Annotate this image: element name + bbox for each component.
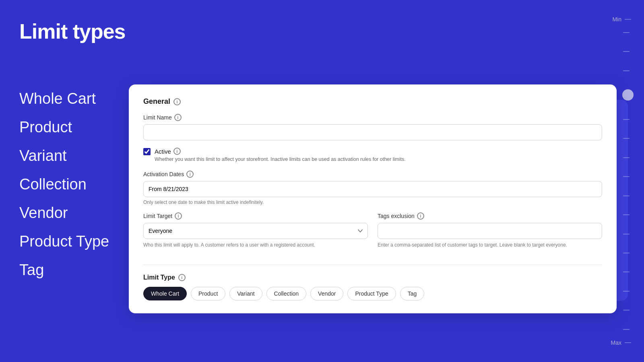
tick-10 — [623, 234, 630, 234]
scrollbar-min-label: Min — [612, 16, 631, 23]
activation-dates-label-row: Activation Dates i — [143, 171, 602, 178]
tick-2 — [623, 51, 630, 52]
limit-target-label: Limit Target — [143, 213, 172, 219]
tick-12 — [623, 272, 630, 272]
scrollbar-max-tick — [625, 342, 631, 343]
tags-exclusion-label-row: Tags exclusion i — [378, 212, 602, 220]
section-divider — [143, 265, 602, 265]
tick-9 — [623, 214, 630, 215]
limit-target-info-icon[interactable]: i — [175, 212, 182, 220]
tags-exclusion-description: Enter a comma-separated list of customer… — [378, 241, 602, 249]
tags-exclusion-field-group: Tags exclusion i Enter a comma-separated… — [378, 212, 602, 249]
tags-exclusion-info-icon[interactable]: i — [417, 212, 424, 220]
limit-target-description: Who this limit will apply to. A customer… — [143, 241, 368, 249]
general-section-header: General i — [143, 97, 602, 106]
tick-15 — [623, 329, 630, 330]
target-tags-row: Limit Target i Everyone Customers Guests… — [143, 212, 602, 256]
tick-6 — [623, 157, 630, 158]
sidebar-labels: Whole Cart Product Variant Collection Ve… — [19, 84, 109, 284]
scrollbar-ticks — [622, 32, 630, 330]
active-description: Whether you want this limit to affect yo… — [155, 156, 406, 163]
general-info-icon[interactable]: i — [173, 98, 181, 105]
tick-7 — [623, 176, 630, 177]
type-btn-variant[interactable]: Variant — [229, 287, 262, 300]
limit-type-header: Limit Type i — [143, 274, 602, 281]
limit-target-select[interactable]: Everyone Customers Guests — [143, 223, 368, 239]
limit-type-buttons: Whole Cart Product Variant Collection Ve… — [143, 287, 602, 300]
tags-exclusion-input[interactable] — [378, 223, 602, 239]
tick-14 — [623, 310, 630, 311]
sidebar-item-whole-cart[interactable]: Whole Cart — [19, 84, 109, 113]
tick-13 — [623, 291, 630, 292]
sidebar-item-product-type[interactable]: Product Type — [19, 227, 109, 256]
scrollbar-min-tick — [625, 19, 631, 20]
sidebar-item-variant[interactable]: Variant — [19, 142, 109, 170]
active-info-icon[interactable]: i — [173, 148, 181, 155]
sidebar-item-tag[interactable]: Tag — [19, 256, 109, 284]
activation-dates-label: Activation Dates — [143, 171, 184, 177]
limit-target-field-group: Limit Target i Everyone Customers Guests… — [143, 212, 368, 249]
limit-name-label: Limit Name — [143, 114, 172, 121]
type-btn-product[interactable]: Product — [191, 287, 225, 300]
activation-dates-hint: Only select one date to make this limit … — [143, 200, 602, 205]
general-title: General — [143, 97, 170, 106]
tick-4 — [623, 119, 630, 120]
tick-5 — [623, 138, 630, 139]
tick-11 — [623, 253, 630, 253]
type-btn-tag[interactable]: Tag — [400, 287, 425, 300]
type-btn-whole-cart[interactable]: Whole Cart — [143, 287, 187, 300]
main-form-card: General i Limit Name i Active i Whether … — [129, 84, 617, 313]
tick-3 — [623, 70, 630, 71]
type-btn-collection[interactable]: Collection — [266, 287, 306, 300]
limit-name-label-row: Limit Name i — [143, 114, 602, 121]
sidebar-item-product[interactable]: Product — [19, 113, 109, 142]
sidebar-item-collection[interactable]: Collection — [19, 170, 109, 199]
activation-dates-input[interactable] — [143, 181, 602, 197]
type-btn-vendor[interactable]: Vendor — [310, 287, 343, 300]
activation-dates-field-group: Activation Dates i Only select one date … — [143, 171, 602, 205]
limit-type-title: Limit Type — [143, 274, 175, 281]
active-label-group: Active i Whether you want this limit to … — [155, 148, 406, 163]
scrollbar-thumb[interactable] — [622, 89, 634, 101]
active-checkbox-row: Active i Whether you want this limit to … — [143, 148, 602, 163]
active-label: Active — [155, 148, 171, 155]
activation-dates-info-icon[interactable]: i — [186, 171, 194, 178]
limit-name-input[interactable] — [143, 124, 602, 140]
limit-name-field-group: Limit Name i — [143, 114, 602, 140]
type-btn-product-type[interactable]: Product Type — [347, 287, 396, 300]
active-label-main: Active i — [155, 148, 406, 155]
tick-1 — [623, 32, 630, 33]
tick-8 — [623, 195, 630, 196]
scrollbar-max-label: Max — [611, 339, 631, 346]
sidebar-item-vendor[interactable]: Vendor — [19, 199, 109, 227]
tags-exclusion-label: Tags exclusion — [378, 213, 415, 219]
page-title: Limit types — [19, 19, 126, 43]
limit-type-info-icon[interactable]: i — [178, 274, 186, 281]
active-checkbox[interactable] — [143, 148, 151, 155]
limit-type-section: Limit Type i Whole Cart Product Variant … — [143, 274, 602, 300]
limit-target-label-row: Limit Target i — [143, 212, 368, 220]
limit-name-info-icon[interactable]: i — [174, 114, 182, 121]
